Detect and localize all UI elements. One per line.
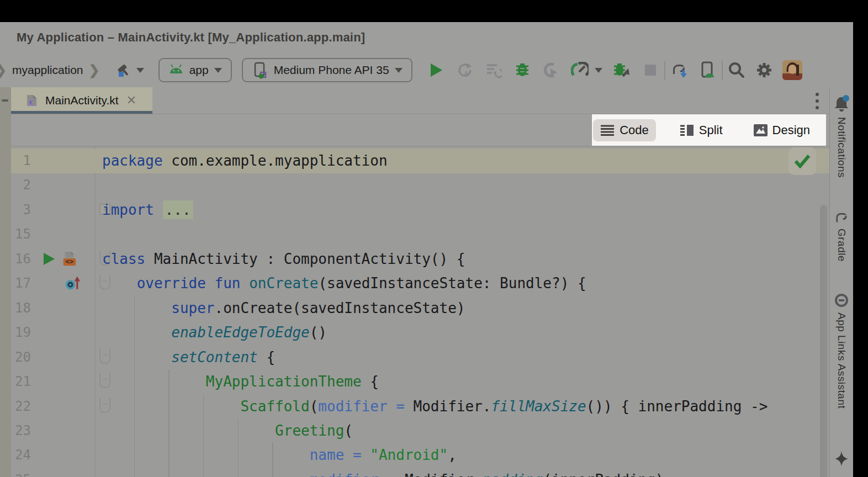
kotlin-file-icon bbox=[24, 93, 39, 108]
code-line-17[interactable]: 17– override fun onCreate(savedInstanceS… bbox=[11, 271, 829, 296]
code-text: enableEdgeToEdge() bbox=[102, 320, 327, 345]
code-text: package com.example.myapplication bbox=[102, 149, 388, 173]
view-mode-code-button[interactable]: Code bbox=[593, 119, 656, 141]
code-line-24[interactable]: 24 name = "Android", bbox=[11, 443, 829, 468]
build-dropdown-caret-icon[interactable] bbox=[136, 68, 144, 73]
code-line-18[interactable]: 18 super.onCreate(savedInstanceState) bbox=[11, 296, 829, 321]
line-number: 23 bbox=[11, 418, 31, 443]
code-line-21[interactable]: 21– MyApplicationTheme { bbox=[11, 369, 829, 394]
code-line-15[interactable]: 15 bbox=[11, 222, 829, 247]
code-line-1[interactable]: 1package com.example.myapplication bbox=[11, 149, 829, 173]
search-everywhere-icon[interactable] bbox=[727, 61, 746, 80]
code-text: name = "Android", bbox=[102, 443, 457, 468]
editor-tab-bar: MainActivity.kt ✕ bbox=[11, 87, 829, 114]
device-selector-caret-icon bbox=[395, 68, 403, 73]
code-line-22[interactable]: 22– Scaffold(modifier = Modifier.fillMax… bbox=[11, 394, 829, 419]
code-editor[interactable]: 1package com.example.myapplication23+imp… bbox=[11, 146, 829, 477]
line-number: 1 bbox=[11, 149, 31, 173]
code-line-23[interactable]: 23 Greeting( bbox=[11, 418, 829, 443]
view-mode-spotlight: Code Split Design bbox=[592, 114, 826, 146]
view-mode-code-label: Code bbox=[620, 123, 649, 137]
gradle-elephant-icon bbox=[833, 210, 850, 224]
view-mode-design-label: Design bbox=[772, 123, 810, 137]
line-number: 20 bbox=[11, 345, 31, 370]
view-mode-design-button[interactable]: Design bbox=[747, 119, 817, 141]
build-hammer-icon[interactable] bbox=[113, 61, 132, 80]
code-text: super.onCreate(savedInstanceState) bbox=[102, 296, 465, 321]
line-number: 25 bbox=[11, 468, 31, 477]
line-number: 3 bbox=[11, 198, 31, 222]
run-button[interactable] bbox=[427, 61, 446, 80]
stripe-label: Gradle bbox=[835, 229, 848, 262]
view-mode-split-button[interactable]: Split bbox=[673, 119, 730, 141]
line-number: 16 bbox=[11, 247, 31, 272]
profiler-gauge-icon[interactable] bbox=[570, 61, 589, 80]
right-tool-stripe: Notifications Gradle App Links Assistant bbox=[829, 87, 853, 477]
code-text: class MainActivity : ComponentActivity()… bbox=[102, 247, 465, 272]
apply-changes-restart-icon: A bbox=[456, 61, 474, 80]
code-text: Scaffold(modifier = Modifier.fillMaxSize… bbox=[102, 394, 768, 419]
main-toolbar: ❯ myapplication ❯ app bbox=[0, 53, 853, 87]
settings-gear-icon[interactable] bbox=[755, 61, 774, 80]
run-config-selector[interactable]: app bbox=[158, 58, 232, 82]
override-method-gutter-icon[interactable] bbox=[64, 275, 81, 292]
device-selector-label: Medium Phone API 35 bbox=[274, 63, 389, 77]
code-text: Greeting( bbox=[102, 418, 353, 443]
code-text: setContent { bbox=[102, 345, 275, 370]
code-lines-icon bbox=[600, 124, 615, 136]
stop-button-icon bbox=[641, 61, 660, 80]
code-line-19[interactable]: 19 enableEdgeToEdge() bbox=[11, 320, 829, 345]
split-view-icon bbox=[680, 124, 694, 136]
code-text: import ... bbox=[102, 198, 193, 222]
design-image-icon bbox=[754, 124, 768, 136]
code-line-3[interactable]: 3+import ... bbox=[11, 198, 829, 222]
notifications-bell-icon bbox=[833, 95, 850, 113]
code-text: MyApplicationTheme { bbox=[102, 369, 379, 394]
code-line-16[interactable]: 16<>–class MainActivity : ComponentActiv… bbox=[11, 247, 829, 272]
line-number: 22 bbox=[11, 394, 31, 419]
svg-text:A: A bbox=[464, 70, 469, 78]
toolbar-separator bbox=[664, 61, 665, 80]
debug-rerun-icon[interactable] bbox=[612, 61, 631, 80]
device-phone-icon bbox=[252, 61, 268, 79]
run-gutter-icon[interactable] bbox=[41, 251, 57, 267]
breadcrumb-chevron-icon: ❯ bbox=[0, 62, 7, 78]
toolbar-separator bbox=[722, 61, 723, 80]
tab-close-icon[interactable]: ✕ bbox=[126, 93, 136, 108]
code-line-25[interactable]: 25 modifier = Modifier.padding(innerPadd… bbox=[11, 468, 829, 477]
stripe-item-notifications[interactable]: Notifications bbox=[833, 95, 850, 178]
view-mode-split-label: Split bbox=[699, 123, 723, 137]
no-problems-checkmark-icon bbox=[794, 154, 811, 168]
tab-options-kebab-icon[interactable] bbox=[815, 93, 819, 109]
profiler-caret-icon[interactable] bbox=[595, 68, 602, 73]
breadcrumb-project[interactable]: myapplication bbox=[12, 63, 83, 77]
stripe-label: App Links Assistant bbox=[835, 312, 848, 409]
android-studio-window: My Application – MainActivity.kt [My_App… bbox=[0, 22, 853, 477]
run-config-caret-icon bbox=[214, 68, 222, 73]
screenshot-stage: My Application – MainActivity.kt [My_App… bbox=[0, 0, 868, 477]
sync-gradle-icon[interactable] bbox=[670, 61, 689, 80]
window-title: My Application – MainActivity.kt [My_App… bbox=[17, 30, 365, 45]
debug-bug-icon[interactable] bbox=[513, 61, 532, 80]
android-component-gutter-icon[interactable]: <> bbox=[61, 251, 77, 267]
device-manager-icon[interactable] bbox=[698, 61, 717, 80]
collapsed-tool-icon[interactable] bbox=[2, 99, 8, 102]
code-line-20[interactable]: 20– setContent { bbox=[11, 345, 829, 370]
stripe-item-gradle[interactable]: Gradle bbox=[833, 210, 850, 262]
code-line-2[interactable]: 2 bbox=[11, 173, 829, 198]
stripe-item-app-links[interactable]: App Links Assistant bbox=[834, 293, 849, 409]
breadcrumb-chevron-icon: ❯ bbox=[89, 62, 100, 78]
editor-scrollbar[interactable] bbox=[820, 205, 827, 477]
tab-mainactivity[interactable]: MainActivity.kt ✕ bbox=[11, 87, 152, 114]
device-selector[interactable]: Medium Phone API 35 bbox=[242, 58, 412, 82]
user-avatar[interactable] bbox=[782, 60, 802, 80]
svg-text:<>: <> bbox=[65, 258, 73, 266]
app-links-icon bbox=[834, 293, 849, 308]
inspections-widget[interactable] bbox=[788, 147, 816, 175]
code-text: override fun onCreate(savedInstanceState… bbox=[102, 271, 586, 296]
line-number: 21 bbox=[11, 369, 31, 394]
android-head-icon bbox=[168, 63, 184, 77]
gemini-sparkle-icon[interactable] bbox=[834, 451, 849, 469]
line-number: 18 bbox=[11, 296, 31, 321]
line-number: 17 bbox=[11, 271, 31, 296]
